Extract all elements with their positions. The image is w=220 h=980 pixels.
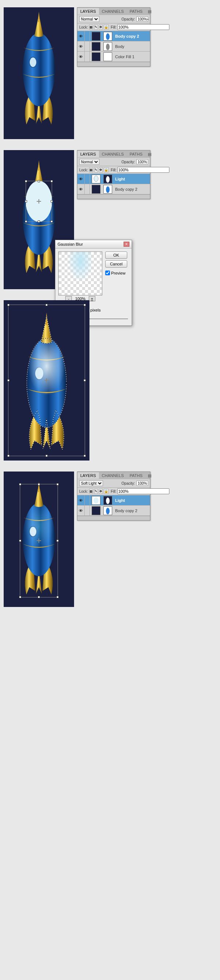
- visibility-icon[interactable]: 👁: [77, 174, 85, 184]
- tab-paths[interactable]: PATHS: [127, 472, 146, 479]
- svg-point-8: [94, 176, 98, 181]
- canvas-step1: [4, 7, 74, 139]
- visibility-icon[interactable]: 👁: [77, 495, 85, 505]
- svg-point-21: [93, 497, 99, 504]
- lock-transparency-icon[interactable]: ▦: [89, 489, 93, 494]
- visibility-icon[interactable]: 👁: [77, 506, 85, 515]
- visibility-icon[interactable]: 👁: [77, 41, 85, 51]
- transform-box[interactable]: [20, 484, 58, 597]
- preview-checkbox[interactable]: Preview: [105, 270, 127, 275]
- svg-point-22: [106, 498, 110, 504]
- svg-point-3: [106, 33, 110, 40]
- lock-transparency-icon[interactable]: ▦: [89, 167, 93, 172]
- opacity-input[interactable]: [136, 16, 148, 22]
- fill-input[interactable]: [117, 488, 169, 494]
- lock-transparency-icon[interactable]: ▦: [89, 24, 93, 30]
- layers-panel-1[interactable]: LAYERS CHANNELS PATHS ▤ Normal Opacity: …: [77, 7, 150, 67]
- panel-menu-icon[interactable]: ▤: [146, 8, 154, 15]
- tab-channels[interactable]: CHANNELS: [99, 472, 127, 479]
- visibility-icon[interactable]: 👁: [77, 184, 85, 194]
- layer-light[interactable]: 👁 Light: [77, 174, 150, 184]
- fill-input[interactable]: [117, 24, 169, 30]
- visibility-icon[interactable]: 👁: [77, 31, 85, 41]
- tab-paths[interactable]: PATHS: [127, 8, 146, 14]
- transform-box[interactable]: [8, 305, 85, 456]
- lock-position-icon[interactable]: ✥: [99, 489, 103, 494]
- svg-point-1: [23, 33, 55, 106]
- svg-point-9: [106, 176, 110, 183]
- tab-layers[interactable]: LAYERS: [77, 151, 99, 158]
- svg-point-4: [106, 44, 110, 50]
- dialog-title: Gaussian Blur: [58, 242, 83, 247]
- svg-point-10: [106, 186, 110, 193]
- blend-mode-select[interactable]: Soft Light: [79, 480, 103, 486]
- opacity-label: Opacity:: [121, 17, 135, 21]
- canvas-step4: [4, 471, 74, 607]
- blend-mode-select[interactable]: Normal: [79, 159, 100, 165]
- close-icon[interactable]: ✕: [124, 242, 129, 247]
- opacity-input[interactable]: [136, 159, 148, 164]
- layers-panel-4[interactable]: LAYERS CHANNELS PATHS ▤ Soft Light Opaci…: [77, 471, 150, 520]
- svg-point-2: [29, 57, 37, 67]
- lock-label: Lock:: [79, 25, 88, 29]
- visibility-icon[interactable]: 👁: [77, 52, 85, 62]
- lock-pixels-icon[interactable]: ✎: [94, 489, 98, 494]
- lock-pixels-icon[interactable]: ✎: [94, 24, 98, 30]
- fill-input[interactable]: [117, 167, 169, 173]
- dialog-preview[interactable]: [58, 251, 102, 296]
- fill-label: Fill:: [111, 25, 117, 29]
- layer-body[interactable]: 👁 Body: [77, 41, 150, 52]
- ok-button[interactable]: OK: [105, 251, 127, 259]
- panel-menu-icon[interactable]: ▤: [146, 472, 154, 479]
- tab-layers[interactable]: LAYERS: [77, 472, 99, 479]
- layer-color-fill-1[interactable]: 👁 Color Fill 1: [77, 52, 150, 62]
- tab-channels[interactable]: CHANNELS: [99, 151, 127, 158]
- canvas-step3: [4, 300, 90, 461]
- opacity-input[interactable]: [136, 480, 148, 486]
- lock-all-icon[interactable]: 🔒: [104, 489, 109, 494]
- lock-all-icon[interactable]: 🔒: [104, 167, 109, 172]
- svg-point-23: [106, 508, 110, 514]
- tab-channels[interactable]: CHANNELS: [99, 8, 127, 14]
- transform-box[interactable]: [26, 181, 52, 222]
- layer-body-copy-2[interactable]: 👁 Body copy 2: [77, 184, 150, 194]
- layer-body-copy-2[interactable]: 👁 Body copy 2: [77, 31, 150, 41]
- panel-menu-icon[interactable]: ▤: [146, 151, 154, 158]
- cancel-button[interactable]: Cancel: [105, 260, 127, 267]
- tab-layers[interactable]: LAYERS: [77, 8, 99, 14]
- tab-paths[interactable]: PATHS: [127, 151, 146, 158]
- blend-mode-select[interactable]: Normal: [79, 16, 100, 22]
- lock-position-icon[interactable]: ✥: [99, 24, 103, 30]
- layers-panel-2[interactable]: LAYERS CHANNELS PATHS ▤ Normal Opacity: …: [77, 150, 150, 199]
- layer-body-copy-2[interactable]: 👁 Body copy 2: [77, 506, 150, 516]
- layer-light[interactable]: 👁 Light: [77, 495, 150, 506]
- lock-pixels-icon[interactable]: ✎: [94, 167, 98, 172]
- lock-position-icon[interactable]: ✥: [99, 167, 103, 172]
- lock-all-icon[interactable]: 🔒: [104, 24, 109, 30]
